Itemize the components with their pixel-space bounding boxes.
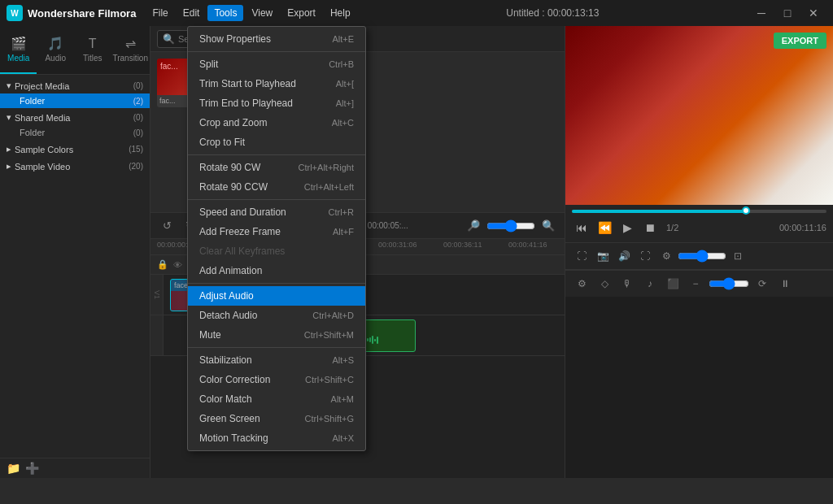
screen-record-icon[interactable]: ⬛ (663, 274, 683, 293)
track-eye-icon[interactable]: 👁 (173, 260, 182, 270)
zoom-in-button[interactable]: 🔍 (539, 216, 558, 236)
menu-item-trim-start-to-playhead[interactable]: Trim Start to PlayheadAlt+[ (188, 74, 365, 93)
tree-group-shared-media: ▾Shared Media(0)Folder(0) (0, 110, 150, 140)
nav-tab-media[interactable]: 🎬Media (0, 26, 37, 74)
nav-tab-titles[interactable]: TTitles (74, 26, 111, 74)
menu-item-shortcut: Alt+X (332, 433, 354, 443)
tree-group-label-sample-colors: Sample Colors (15, 145, 73, 154)
menu-item-green-screen[interactable]: Green ScreenCtrl+Shift+G (188, 409, 365, 428)
nav-tab-icon-titles: T (89, 37, 97, 51)
export-button[interactable]: EXPORT (774, 33, 826, 49)
settings-icon[interactable]: ⚙ (656, 246, 676, 266)
preview-controls: ⏮ ⏪ ▶ ⏹ 1/2 00:00:11:16 (565, 205, 833, 243)
app-logo-icon: W (7, 5, 23, 21)
app-logo: W Wondershare Filmora (7, 5, 136, 21)
menu-item-motion-tracking[interactable]: Motion TrackingAlt+X (188, 428, 365, 448)
menu-item-export[interactable]: Export (281, 5, 322, 21)
minimize-button[interactable]: ─ (748, 3, 774, 23)
add-folder-icon[interactable]: 📁 (7, 462, 20, 475)
track-label-video: V1 (150, 275, 164, 315)
menubar: FileEditToolsViewExportHelp (146, 5, 356, 21)
main-layout: 🎬Media🎵AudioTTitles⇌Transition ▾Project … (0, 26, 833, 478)
tree-group-header-sample-video[interactable]: ▸Sample Video(20) (0, 159, 150, 174)
clip-marker-icon[interactable]: ◇ (595, 274, 614, 293)
menu-item-adjust-audio[interactable]: Adjust Audio (188, 286, 365, 306)
minus-icon[interactable]: − (686, 274, 705, 293)
timeline-extra-controls: ⚙ ◇ 🎙 ♪ ⬛ − ⟳ ⏸ (565, 270, 833, 297)
menu-item-trim-end-to-playhead[interactable]: Trim End to PlayheadAlt+] (188, 93, 365, 113)
menu-item-file[interactable]: File (146, 5, 174, 21)
menu-item-rotate-90-cw[interactable]: Rotate 90 CWCtrl+Alt+Right (188, 158, 365, 177)
stop-button[interactable]: ⏹ (640, 218, 660, 237)
menu-item-edit[interactable]: Edit (177, 5, 207, 21)
fullscreen-icon[interactable]: ⛶ (635, 246, 655, 266)
audio2-icon[interactable]: ♪ (640, 274, 660, 293)
pause-alt-icon[interactable]: ⏸ (775, 274, 795, 293)
tree-group-count-project-media: (0) (133, 81, 143, 90)
menu-item-view[interactable]: View (245, 5, 279, 21)
menu-item-detach-audio[interactable]: Detach AudioCtrl+Alt+D (188, 306, 365, 325)
track-label-audio (150, 315, 164, 355)
tree-group-label-sample-video: Sample Video (15, 162, 70, 172)
volume-slider-2[interactable] (709, 277, 749, 290)
tree-group-count-shared-media: (0) (133, 113, 143, 122)
nav-tab-label-audio: Audio (45, 54, 66, 63)
undo-button[interactable]: ↺ (157, 216, 177, 236)
snapshot-icon[interactable]: 📷 (593, 246, 613, 266)
close-button[interactable]: ✕ (800, 3, 826, 23)
menu-item-label: Color Match (199, 393, 252, 405)
tree-group-header-project-media[interactable]: ▾Project Media(0) (0, 78, 150, 93)
menu-item-color-correction[interactable]: Color CorrectionCtrl+Shift+C (188, 370, 365, 389)
skip-back-button[interactable]: ⏮ (572, 218, 591, 237)
play-button[interactable]: ▶ (617, 218, 637, 237)
preview-frame (565, 26, 833, 205)
menu-item-crop-to-fit[interactable]: Crop to Fit (188, 133, 365, 152)
settings2-icon[interactable]: ⚙ (572, 274, 591, 293)
tree-item-folder[interactable]: Folder(2) (0, 93, 150, 108)
track-lock-icon[interactable]: 🔒 (157, 259, 168, 270)
preview-progress-bar[interactable] (572, 210, 826, 213)
menu-item-speed-and-duration[interactable]: Speed and DurationCtrl+R (188, 202, 365, 222)
volume-icon[interactable]: 🔊 (614, 246, 634, 266)
mic-icon[interactable]: 🎙 (617, 274, 637, 293)
menu-item-stabilization[interactable]: StabilizationAlt+S (188, 350, 365, 370)
fit-screen-icon[interactable]: ⛶ (572, 246, 591, 266)
menu-section-3: Speed and DurationCtrl+RAdd Freeze Frame… (188, 200, 365, 284)
menu-item-color-match[interactable]: Color MatchAlt+M (188, 389, 365, 409)
menu-item-shortcut: Alt+] (336, 98, 354, 108)
menu-item-split[interactable]: SplitCtrl+B (188, 54, 365, 74)
menu-item-shortcut: Alt+C (332, 118, 354, 128)
ruler-mark-5: 00:00:41:16 (508, 241, 547, 249)
tree-group-sample-video: ▸Sample Video(20) (0, 159, 150, 174)
new-item-icon[interactable]: ➕ (25, 462, 39, 475)
menu-item-label: Rotate 90 CCW (199, 181, 268, 193)
menu-item-shortcut: Ctrl+B (329, 59, 354, 69)
frame-back-button[interactable]: ⏪ (595, 218, 614, 237)
menu-item-clear-all-keyframes: Clear All Keyframes (188, 241, 365, 261)
zoom-out-button[interactable]: 🔎 (464, 216, 483, 236)
loop-icon[interactable]: ⟳ (752, 274, 772, 293)
nav-tab-label-transitions: Transition (112, 54, 148, 63)
progress-thumb[interactable] (742, 206, 750, 215)
tree-group-header-shared-media[interactable]: ▾Shared Media(0) (0, 110, 150, 125)
volume-slider[interactable] (678, 250, 726, 263)
menu-item-add-freeze-frame[interactable]: Add Freeze FrameAlt+F (188, 222, 365, 241)
nav-tab-audio[interactable]: 🎵Audio (37, 26, 73, 74)
maximize-button[interactable]: □ (774, 3, 800, 23)
ruler-mark-4: 00:00:36:11 (443, 241, 482, 249)
tree-item-folder2[interactable]: Folder(0) (0, 125, 150, 140)
menu-item-label: Color Correction (199, 374, 270, 385)
menu-item-show-properties[interactable]: Show PropertiesAlt+E (188, 29, 365, 49)
menu-item-label: Crop to Fit (199, 137, 245, 148)
menu-item-mute[interactable]: MuteCtrl+Shift+M (188, 325, 365, 345)
menu-item-tools[interactable]: Tools (207, 5, 243, 21)
menu-item-rotate-90-ccw[interactable]: Rotate 90 CCWCtrl+Alt+Left (188, 177, 365, 197)
tree-group-header-sample-colors[interactable]: ▸Sample Colors(15) (0, 141, 150, 157)
menu-item-add-animation[interactable]: Add Animation (188, 261, 365, 280)
nav-tab-transitions[interactable]: ⇌Transition (111, 26, 150, 74)
pip-icon[interactable]: ⊡ (728, 246, 748, 266)
zoom-slider[interactable] (486, 219, 535, 232)
menu-item-crop-and-zoom[interactable]: Crop and ZoomAlt+C (188, 113, 365, 133)
menu-item-help[interactable]: Help (324, 5, 357, 21)
tree-group-count-sample-video: (20) (129, 162, 143, 171)
